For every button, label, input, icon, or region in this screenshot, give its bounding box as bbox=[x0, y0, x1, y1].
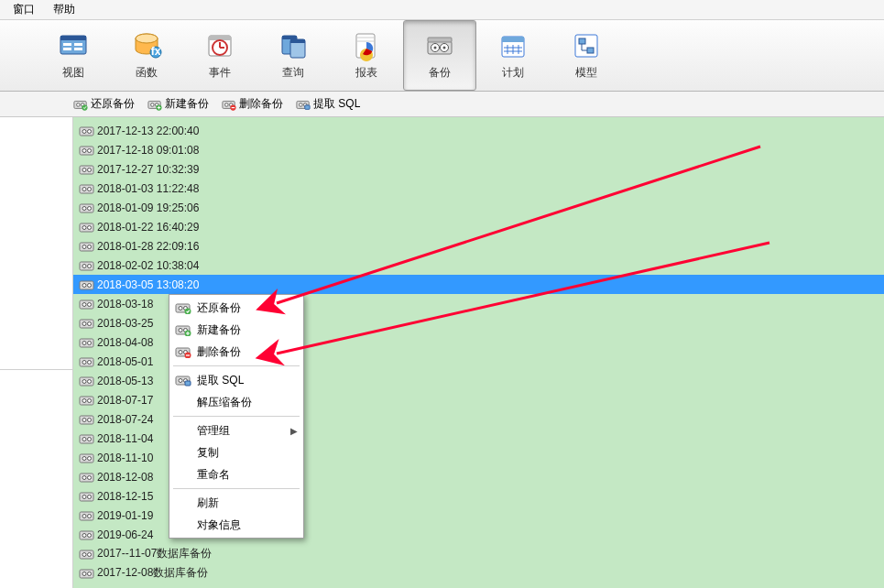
svg-point-107 bbox=[88, 456, 92, 460]
backup-file-icon bbox=[79, 182, 95, 195]
context-menu-item[interactable]: 管理组▶ bbox=[169, 419, 303, 441]
svg-rect-5 bbox=[74, 48, 82, 50]
backup-row-label: 2017-12-27 10:32:39 bbox=[97, 163, 199, 176]
svg-rect-35 bbox=[587, 48, 594, 53]
context-menu-item-label: 刷新 bbox=[197, 495, 219, 511]
backup-row[interactable]: 2018-01-28 22:09:16 bbox=[73, 236, 884, 256]
context-menu-item[interactable]: 删除备份 bbox=[169, 341, 303, 363]
svg-point-135 bbox=[179, 351, 182, 354]
backup-file-icon bbox=[79, 298, 95, 310]
toolbar-backup-button[interactable]: 备份 bbox=[403, 20, 476, 91]
main-toolbar: 视图fx函数事件查询报表备份计划模型 bbox=[0, 20, 884, 92]
toolbar-query-button[interactable]: 查询 bbox=[256, 20, 330, 91]
backup-row[interactable]: 2018-02-02 10:38:04 bbox=[73, 256, 884, 275]
backup-file-icon bbox=[79, 567, 95, 580]
extract-sql-button[interactable]: 提取 SQL bbox=[296, 96, 360, 112]
context-menu-item-label: 提取 SQL bbox=[197, 373, 244, 388]
backup-list-pane[interactable]: 2017-12-13 22:00:402017-12-18 09:01:0820… bbox=[73, 117, 884, 588]
backup-row[interactable]: 2018-01-09 19:25:06 bbox=[73, 198, 884, 217]
toolbar-event-label: 事件 bbox=[209, 65, 231, 81]
context-menu-item[interactable]: 新建备份 bbox=[169, 319, 303, 341]
delete-backup-button[interactable]: 删除备份 bbox=[222, 96, 283, 112]
toolbar-report-label: 报表 bbox=[355, 65, 377, 81]
context-menu-item-label: 对象信息 bbox=[197, 517, 241, 533]
svg-rect-3 bbox=[63, 48, 71, 50]
navigator-pane[interactable] bbox=[0, 117, 73, 588]
backup-file-icon bbox=[79, 125, 95, 137]
svg-point-100 bbox=[82, 418, 86, 421]
svg-point-109 bbox=[82, 475, 86, 479]
backup-row-label: 2018-07-17 bbox=[97, 394, 153, 407]
context-menu-separator bbox=[173, 416, 300, 417]
svg-point-113 bbox=[88, 495, 92, 498]
context-menu-item[interactable]: 还原备份 bbox=[169, 297, 303, 319]
toolbar-func-button[interactable]: fx函数 bbox=[110, 20, 183, 91]
backup-row[interactable]: 2018-03-05 13:08:20 bbox=[73, 275, 884, 294]
backup-file-icon bbox=[79, 471, 95, 484]
newbk-icon bbox=[175, 323, 191, 336]
backup-row-label: 2017--11-07数据库备份 bbox=[97, 546, 212, 561]
backup-row-label: 2017-12-08数据库备份 bbox=[97, 565, 208, 581]
svg-point-91 bbox=[82, 360, 86, 364]
query-icon bbox=[278, 30, 309, 61]
backup-file-icon bbox=[79, 278, 95, 291]
backup-row-label: 2018-12-08 bbox=[97, 471, 153, 484]
backup-row[interactable]: 2017-12-27 10:32:39 bbox=[73, 159, 884, 179]
toolbar-schedule-button[interactable]: 计划 bbox=[476, 20, 550, 91]
svg-point-24 bbox=[443, 47, 446, 49]
toolbar-event-button[interactable]: 事件 bbox=[183, 20, 256, 91]
new-backup-button[interactable]: 新建备份 bbox=[147, 96, 209, 112]
svg-point-98 bbox=[88, 398, 92, 402]
toolbar-model-button[interactable]: 模型 bbox=[550, 20, 623, 91]
menu-0[interactable]: 窗口 bbox=[4, 0, 44, 19]
backup-row[interactable]: 2017-12-13 22:00:40 bbox=[73, 121, 884, 140]
backup-row-label: 2018-05-13 bbox=[97, 375, 153, 387]
context-menu-item[interactable]: 复制 bbox=[169, 441, 303, 463]
backup-row-label: 2018-07-24 bbox=[97, 413, 153, 426]
toolbar-view-label: 视图 bbox=[62, 65, 84, 81]
backup-file-icon bbox=[79, 317, 95, 330]
svg-point-85 bbox=[82, 321, 86, 325]
backup-row[interactable]: 2017-12-18 09:01:08 bbox=[73, 140, 884, 159]
backup-file-icon bbox=[79, 144, 95, 157]
context-menu-item[interactable]: 提取 SQL bbox=[169, 369, 303, 391]
svg-point-94 bbox=[82, 379, 86, 383]
context-menu-item-label: 新建备份 bbox=[197, 322, 241, 338]
function-icon: fx bbox=[131, 30, 162, 61]
backup-file-icon bbox=[79, 259, 95, 272]
backup-row-label: 2017-12-18 09:01:08 bbox=[97, 144, 199, 157]
backup-row[interactable]: 2017--11-07数据库备份 bbox=[73, 544, 884, 563]
context-menu-item[interactable]: 刷新 bbox=[169, 492, 303, 514]
svg-rect-4 bbox=[74, 43, 82, 46]
svg-point-118 bbox=[82, 533, 86, 537]
svg-rect-18 bbox=[290, 39, 305, 43]
svg-point-106 bbox=[82, 456, 86, 460]
svg-point-115 bbox=[82, 514, 86, 517]
backup-row[interactable]: 2017-12-08数据库备份 bbox=[73, 563, 884, 583]
context-menu-item[interactable]: 解压缩备份 bbox=[169, 391, 303, 413]
backup-file-icon bbox=[79, 509, 95, 522]
svg-point-110 bbox=[88, 475, 92, 479]
svg-point-59 bbox=[88, 148, 92, 152]
context-menu-item[interactable]: 对象信息 bbox=[169, 514, 303, 536]
svg-point-101 bbox=[88, 418, 92, 421]
restore-backup-button[interactable]: 还原备份 bbox=[73, 96, 135, 112]
backup-row[interactable]: 2018-01-03 11:22:48 bbox=[73, 179, 884, 198]
toolbar-report-button[interactable]: 报表 bbox=[330, 20, 403, 91]
backup-file-icon bbox=[79, 336, 95, 349]
menu-1[interactable]: 帮助 bbox=[44, 0, 84, 19]
svg-point-122 bbox=[88, 552, 92, 556]
context-menu-item[interactable]: 重命名 bbox=[169, 463, 303, 485]
context-menu: 还原备份新建备份删除备份提取 SQL解压缩备份管理组▶复制重命名刷新对象信息 bbox=[169, 294, 304, 539]
model-icon bbox=[571, 30, 602, 61]
svg-rect-27 bbox=[502, 37, 524, 42]
backup-file-icon bbox=[79, 528, 95, 541]
toolbar-view-button[interactable]: 视图 bbox=[37, 20, 110, 91]
svg-rect-34 bbox=[579, 38, 585, 44]
submenu-arrow-icon: ▶ bbox=[290, 426, 298, 436]
svg-point-64 bbox=[82, 187, 86, 191]
svg-point-74 bbox=[88, 245, 92, 248]
backup-row[interactable]: 2018-01-22 16:40:29 bbox=[73, 217, 884, 236]
svg-point-82 bbox=[82, 302, 86, 306]
backup-row-label: 2019-06-24 bbox=[97, 528, 153, 541]
